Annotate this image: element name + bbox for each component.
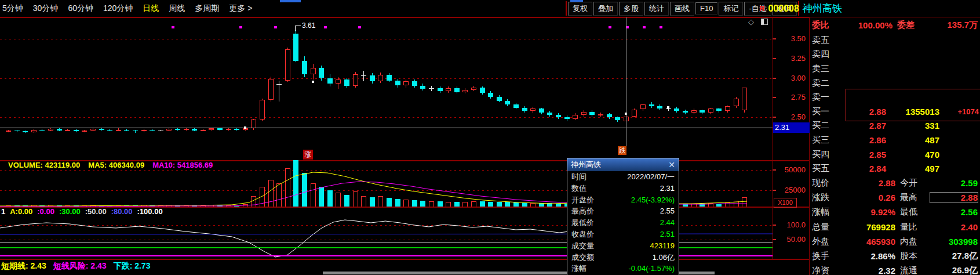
weibi-value: 100.00% (829, 20, 892, 30)
close-icon[interactable]: ✕ (668, 160, 675, 169)
volume-bar (708, 203, 713, 207)
volume-bar (23, 205, 28, 207)
volume-bar (99, 205, 104, 207)
period-dot-marker (239, 26, 242, 28)
volume_pane-tick-label: 25000 (774, 186, 806, 194)
info-label: 涨幅 (812, 207, 840, 218)
candle (116, 130, 121, 131)
candle (150, 130, 155, 131)
menu-item-5[interactable]: 日线 (143, 3, 159, 14)
volume-bar (141, 205, 147, 207)
candle (276, 84, 282, 85)
candle (615, 117, 620, 120)
candle (420, 86, 425, 89)
volume-bar (6, 205, 11, 207)
candle (462, 90, 468, 92)
candle (99, 129, 104, 129)
candle (539, 108, 544, 113)
volume-bar (471, 201, 476, 207)
toolbar-button-F10[interactable]: F10 (695, 2, 717, 15)
tooltip-row-value: -0.04(-1.57%) (629, 263, 675, 274)
bid-label: 买二 (812, 120, 840, 131)
info-row: 净资2.32流通26.9亿 (810, 263, 980, 275)
menu-item-3[interactable]: 60分钟 (68, 3, 93, 14)
candle (556, 115, 561, 117)
ask-label: 卖五 (812, 35, 840, 46)
split-pane-icon[interactable] (761, 19, 768, 25)
bid-row-4[interactable]: 买四2.85470 (810, 147, 980, 162)
volume-bar (513, 202, 519, 207)
menu-item-6[interactable]: 周线 (169, 3, 185, 14)
bid-row-3[interactable]: 买三2.86487 (810, 133, 980, 147)
toolbar-button-统计[interactable]: 统计 (644, 2, 669, 16)
period-menu: 5分钟30分钟60分钟120分钟日线周线多周期更多 > (2, 0, 252, 17)
tooltip-row: 数值2.31 (567, 183, 679, 194)
info-value: 26.9亿 (930, 265, 978, 275)
candle (31, 130, 37, 132)
candle (573, 115, 578, 119)
menu-item-4[interactable]: 120分钟 (103, 3, 133, 14)
period-dot-marker (660, 26, 662, 28)
menu-item-7[interactable]: 多周期 (195, 3, 219, 14)
candle (657, 106, 662, 108)
toolbar-button-标记[interactable]: 标记 (719, 2, 743, 16)
volume-bar (201, 205, 206, 207)
toolbar-button-复权[interactable]: 复权 (568, 2, 592, 16)
info-value: 0.26 (840, 193, 895, 202)
ask-row-5[interactable]: 卖五 (810, 33, 980, 48)
volume-bar (344, 195, 349, 207)
volume-bar (395, 199, 400, 207)
candle (395, 81, 400, 85)
ask-label: 卖四 (812, 49, 840, 60)
menu-item-2[interactable]: 30分钟 (33, 3, 59, 14)
volume-bar (184, 205, 189, 207)
candle (268, 79, 274, 100)
ask-label: 卖一 (812, 92, 840, 103)
indicator-label-item: :30.00 (59, 207, 81, 216)
volume-pane-header: VOLUME: 423119.00MA5: 406340.09MA10: 541… (8, 161, 213, 169)
candle (429, 88, 434, 89)
info-label: 今开 (895, 178, 930, 189)
ask-row-2[interactable]: 卖二 (810, 76, 980, 91)
crosshair-vertical-line[interactable] (626, 17, 626, 146)
info-row: 涨跌0.26最高2.88 (810, 190, 980, 205)
volume-bar (217, 205, 223, 207)
volume-bar (311, 183, 316, 207)
indicator-label-item: :100.00 (137, 207, 163, 216)
candle (82, 131, 87, 132)
toolbar-button-画线[interactable]: 画线 (670, 2, 694, 16)
info-label: 换手 (812, 251, 840, 262)
candle (488, 93, 493, 97)
candle (361, 75, 366, 76)
info-label: 最低 (895, 207, 930, 218)
candle (598, 114, 603, 115)
candle (175, 129, 180, 129)
ask-row-3[interactable]: 卖三 (810, 61, 980, 76)
volume-bar (547, 203, 552, 207)
toolbar-button-多股[interactable]: 多股 (619, 2, 643, 16)
bid-label: 买三 (812, 135, 840, 146)
candle (336, 79, 341, 84)
period-dot-marker (358, 26, 361, 28)
candle (497, 97, 502, 101)
period-dot-marker (324, 26, 327, 28)
ask-row-4[interactable]: 卖四 (810, 48, 980, 62)
indicator-label-item: :80.00 (111, 207, 133, 216)
period-dot-marker (172, 26, 174, 28)
tooltip-title-bar[interactable]: 神州高铁 ✕ (567, 158, 679, 171)
candle (166, 129, 172, 131)
toolbar-button-叠加[interactable]: 叠加 (593, 2, 618, 16)
candle (344, 79, 349, 86)
crosshair-horizontal-line[interactable] (0, 128, 773, 128)
info-label: 净资 (812, 265, 840, 275)
volume-bar (438, 201, 443, 207)
menu-item-1[interactable]: 5分钟 (2, 3, 23, 14)
menu-item-8[interactable]: 更多 > (229, 3, 252, 14)
volume-bar (293, 160, 298, 207)
volume-bar (285, 168, 290, 207)
diamond-marker-icon[interactable]: ◇ (748, 17, 754, 26)
info-value: 465930 (840, 237, 895, 247)
tooltip-row-label: 成交额 (571, 252, 594, 263)
bid-row-5[interactable]: 买五2.84497 (810, 161, 980, 176)
weicha-label: 委差 (892, 20, 915, 31)
